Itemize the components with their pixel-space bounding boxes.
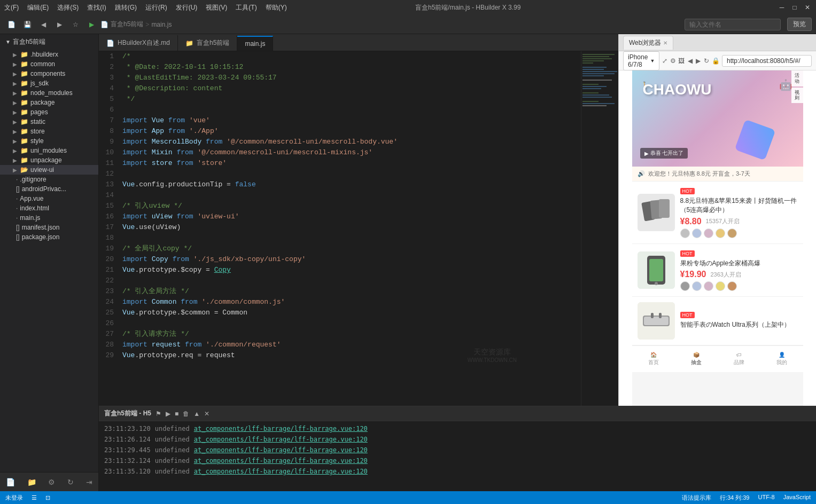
new-file-footer-btn[interactable]: 📄 [6, 478, 15, 486]
tab-main-js[interactable]: main.js [237, 36, 273, 51]
menu-help[interactable]: 帮助(Y) [266, 3, 287, 12]
tree-item-app-vue[interactable]: · App.vue [0, 194, 98, 203]
tree-item-androidprivac[interactable]: [] androidPrivac... [0, 184, 98, 194]
browser-url-input[interactable] [722, 55, 812, 67]
console-stop-icon[interactable]: ■ [175, 410, 178, 418]
nav-home[interactable]: 🏠 首页 [648, 352, 659, 366]
new-file-button[interactable]: 📄 [4, 18, 18, 32]
phone-content[interactable]: CHAOWU 🤖 🚶 活动 视则 ▶ 恭喜 七开出了 [632, 70, 803, 406]
close-button[interactable]: ✕ [803, 4, 812, 11]
new-folder-footer-btn[interactable]: 📁 [27, 478, 36, 486]
side-tab-1[interactable]: 活动 [791, 70, 803, 86]
status-syntax[interactable]: 语法提示库 [682, 494, 711, 502]
tree-item-static[interactable]: ▶ 📁 static [0, 117, 98, 127]
tree-item-common[interactable]: ▶ 📁 common [0, 59, 98, 69]
breadcrumb-project[interactable]: 盲盒h5前端 [111, 20, 143, 29]
tree-item-js-sdk[interactable]: ▶ 📁 js_sdk [0, 78, 98, 88]
device-selector[interactable]: iPhone 6/7/8 ▼ [623, 51, 659, 70]
file-search-input[interactable] [685, 19, 781, 30]
swatch-e[interactable] [727, 281, 737, 291]
tab-hbuilderx-readme[interactable]: 📄 HBuilderX自述.md [99, 35, 178, 51]
video-play-btn[interactable]: ▶ 恭喜 七开出了 [640, 148, 688, 159]
nav-blindbox[interactable]: 📦 抽盒 [691, 352, 702, 366]
nav-brand[interactable]: 🏷 品牌 [734, 352, 744, 366]
tree-item-uview-ui[interactable]: ▶ 📂 uview-ui [0, 165, 98, 175]
toggle-device-btn[interactable]: ⤢ [662, 54, 668, 67]
status-encoding[interactable]: UTF-8 [758, 494, 774, 502]
menu-bar[interactable]: 文(F) 编辑(E) 选择(S) 查找(I) 跳转(G) 运行(R) 发行(U)… [4, 3, 287, 12]
bookmark-button[interactable]: ☆ [68, 18, 82, 32]
menu-find[interactable]: 查找(I) [87, 3, 106, 12]
collapse-footer-btn[interactable]: ⇥ [86, 478, 92, 486]
forward-nav-btn[interactable]: ▶ [695, 54, 702, 67]
tree-item-index-html[interactable]: · index.html [0, 203, 98, 213]
product-item-1[interactable]: HOT 8.8元旦特惠&苹果15来袭丨好货随机一件（5连高爆必中） ¥8.80 … [632, 182, 803, 244]
refresh-footer-btn[interactable]: ↻ [67, 478, 74, 486]
swatch-1[interactable] [680, 229, 690, 238]
tree-item-package[interactable]: ▶ 📁 package [0, 98, 98, 107]
swatch-b[interactable] [692, 281, 702, 291]
announcement-text: 欢迎您！元旦特惠 8.8元 开盲盒，3-7天 [648, 170, 750, 178]
run-button[interactable]: ▶ [84, 18, 98, 32]
settings-icon[interactable]: ⚙ [670, 54, 677, 67]
settings-footer-btn[interactable]: ⚙ [48, 478, 55, 486]
tree-item-uni-modules[interactable]: ▶ 📁 uni_modules [0, 146, 98, 155]
maximize-button[interactable]: □ [790, 4, 799, 11]
menu-edit[interactable]: 编辑(E) [27, 3, 49, 12]
console-up-icon[interactable]: ▲ [193, 410, 200, 418]
refresh-btn[interactable]: ↻ [703, 54, 710, 67]
browser-tab[interactable]: Web浏览器 ✕ [623, 36, 673, 50]
menu-select[interactable]: 选择(S) [57, 3, 79, 12]
nav-profile[interactable]: 👤 我的 [776, 352, 787, 366]
menu-goto[interactable]: 跳转(G) [115, 3, 137, 12]
tree-item-main-js[interactable]: · main.js [0, 213, 98, 223]
tab-project-folder[interactable]: 📁 盲盒h5前端 [178, 35, 237, 51]
swatch-c[interactable] [704, 281, 713, 291]
swatch-a[interactable] [680, 281, 690, 291]
tree-item-gitignore[interactable]: · .gitignore [0, 175, 98, 184]
toolbar-search[interactable] [685, 19, 781, 30]
swatch-4[interactable] [716, 229, 725, 238]
status-login[interactable]: 未登录 [5, 494, 23, 502]
swatch-d[interactable] [716, 281, 725, 291]
tree-item-hbuilderx[interactable]: ▶ 📁 .hbuilderx [0, 50, 98, 59]
menu-view[interactable]: 视图(V) [206, 3, 227, 12]
console-close-icon[interactable]: ✕ [204, 410, 209, 418]
editor-content[interactable]: 1 /* 2 * @Date: 2022-10-11 10:15:12 3 [99, 51, 581, 406]
tree-item-package-json[interactable]: [] package.json [0, 232, 98, 242]
swatch-2[interactable] [692, 229, 702, 238]
tree-item-node-modules[interactable]: ▶ 📁 node_modules [0, 88, 98, 98]
console-run-icon[interactable]: ▶ [166, 410, 170, 418]
status-language[interactable]: JavaScript [783, 494, 811, 502]
back-nav-btn[interactable]: ◀ [687, 54, 693, 67]
tree-item-pages[interactable]: ▶ 📁 pages [0, 107, 98, 117]
swatch-5[interactable] [727, 229, 737, 238]
window-controls[interactable]: ─ □ ✕ [778, 4, 812, 11]
preview-button[interactable]: 预览 [787, 18, 812, 31]
console-icon-1[interactable]: ⚑ [156, 410, 161, 418]
minimize-button[interactable]: ─ [778, 4, 786, 11]
tree-item-style[interactable]: ▶ 📁 style [0, 136, 98, 146]
menu-run[interactable]: 运行(R) [145, 3, 167, 12]
status-position[interactable]: 行:34 列:39 [720, 494, 750, 502]
product-item-2[interactable]: HOT 果粉专场のApple全家桶高爆 ¥19.90 2363人开启 [632, 244, 803, 297]
tree-item-components[interactable]: ▶ 📁 components [0, 69, 98, 78]
browser-tab-close[interactable]: ✕ [663, 40, 667, 46]
save-button[interactable]: 💾 [20, 18, 34, 32]
product-item-3[interactable]: HOT 智能手表のWatch Ultra系列（上架中） [632, 297, 803, 345]
forward-button[interactable]: ▶ [52, 18, 66, 32]
breadcrumb-file[interactable]: main.js [151, 21, 172, 28]
project-root[interactable]: ▼ 盲盒h5前端 [0, 34, 98, 50]
menu-tools[interactable]: 工具(T) [236, 3, 257, 12]
tree-item-unpackage[interactable]: ▶ 📁 unpackage [0, 155, 98, 165]
console-content[interactable]: 23:11:23.120 undefined at_components/lff… [99, 421, 816, 491]
swatch-3[interactable] [704, 229, 713, 238]
console-clear-icon[interactable]: 🗑 [183, 410, 189, 418]
tree-item-manifest-json[interactable]: [] manifest.json [0, 223, 98, 232]
tree-item-store[interactable]: ▶ 📁 store [0, 127, 98, 136]
menu-publish[interactable]: 发行(U) [176, 3, 198, 12]
side-tab-2[interactable]: 视则 [791, 88, 803, 104]
menu-file[interactable]: 文(F) [4, 3, 19, 12]
back-button[interactable]: ◀ [36, 18, 50, 32]
screenshot-btn[interactable]: 🖼 [678, 54, 685, 67]
